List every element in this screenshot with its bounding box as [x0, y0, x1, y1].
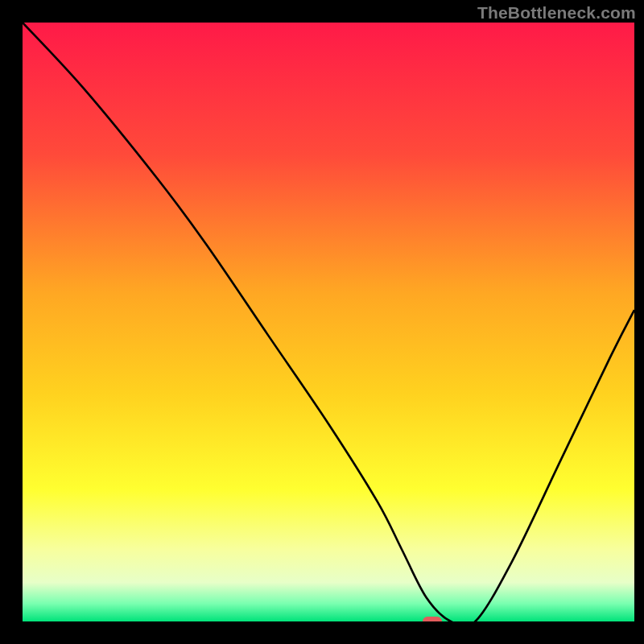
plot-area	[23, 23, 634, 621]
bottleneck-curve	[23, 23, 634, 621]
chart-container: TheBottleneck.com	[0, 0, 644, 644]
optimal-point-marker	[423, 617, 442, 621]
watermark-label: TheBottleneck.com	[477, 3, 636, 23]
